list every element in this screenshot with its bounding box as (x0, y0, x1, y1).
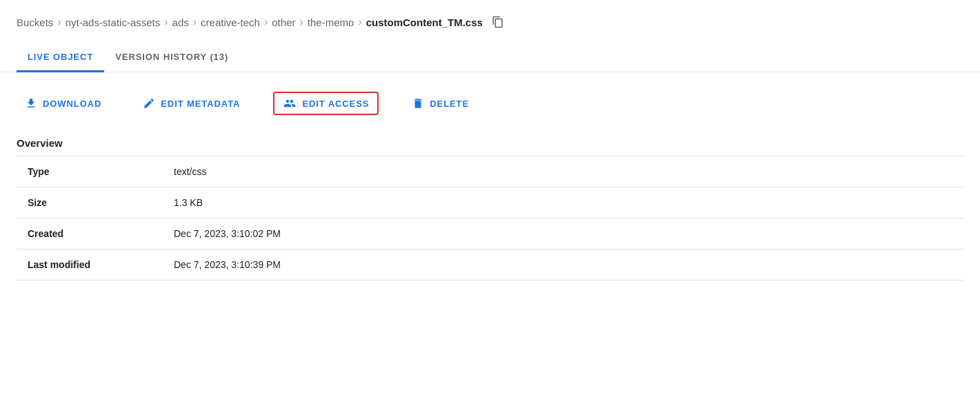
breadcrumb-other[interactable]: other (272, 17, 295, 28)
size-value: 1.3 KB (168, 187, 963, 218)
tabs-container: LIVE OBJECT VERSION HISTORY (13) (0, 41, 980, 72)
edit-access-label: EDIT ACCESS (302, 99, 369, 109)
download-label: DOWNLOAD (43, 99, 101, 109)
overview-table: Type text/css Size 1.3 KB Created Dec 7,… (17, 156, 963, 280)
created-key: Created (17, 218, 168, 249)
people-icon (283, 97, 297, 110)
breadcrumb-buckets[interactable]: Buckets (17, 17, 53, 28)
table-row: Last modified Dec 7, 2023, 3:10:39 PM (17, 249, 963, 280)
breadcrumb-current-file: customContent_TM.css (366, 17, 483, 28)
breadcrumb-sep-4: › (299, 16, 303, 28)
breadcrumb-sep-5: › (358, 16, 361, 28)
copy-filename-button[interactable] (490, 14, 506, 30)
breadcrumb-sep-0: › (57, 16, 61, 28)
breadcrumb-sep-1: › (164, 16, 168, 28)
breadcrumb-bucket-name[interactable]: nyt-ads-static-assets (66, 17, 161, 28)
edit-metadata-button[interactable]: EDIT METADATA (134, 92, 248, 115)
pencil-icon (143, 97, 155, 110)
overview-title: Overview (17, 129, 963, 156)
breadcrumb-ads[interactable]: ads (172, 17, 189, 28)
delete-button[interactable]: DELETE (403, 92, 477, 115)
edit-access-button[interactable]: EDIT ACCESS (273, 92, 379, 115)
trash-icon (412, 97, 424, 110)
tabs: LIVE OBJECT VERSION HISTORY (13) (17, 41, 963, 72)
tab-version-history[interactable]: VERSION HISTORY (13) (104, 42, 239, 72)
type-key: Type (17, 156, 168, 187)
overview-section: Overview Type text/css Size 1.3 KB Creat… (0, 129, 980, 280)
delete-label: DELETE (430, 99, 469, 109)
breadcrumb-sep-3: › (264, 16, 268, 28)
breadcrumb-the-memo[interactable]: the-memo (308, 17, 354, 28)
table-row: Size 1.3 KB (17, 187, 963, 218)
size-key: Size (17, 187, 168, 218)
table-row: Created Dec 7, 2023, 3:10:02 PM (17, 218, 963, 249)
type-value: text/css (168, 156, 963, 187)
table-row: Type text/css (17, 156, 963, 187)
download-icon (25, 97, 37, 110)
created-value: Dec 7, 2023, 3:10:02 PM (168, 218, 963, 249)
edit-metadata-label: EDIT METADATA (161, 99, 240, 109)
actions-row: DOWNLOAD EDIT METADATA EDIT ACCESS DELET… (0, 72, 980, 129)
last-modified-key: Last modified (17, 249, 168, 280)
last-modified-value: Dec 7, 2023, 3:10:39 PM (168, 249, 963, 280)
download-button[interactable]: DOWNLOAD (17, 92, 110, 115)
breadcrumb-sep-2: › (193, 16, 197, 28)
breadcrumb: Buckets › nyt-ads-static-assets › ads › … (0, 0, 980, 41)
tab-live-object[interactable]: LIVE OBJECT (17, 42, 104, 72)
breadcrumb-creative-tech[interactable]: creative-tech (201, 17, 260, 28)
